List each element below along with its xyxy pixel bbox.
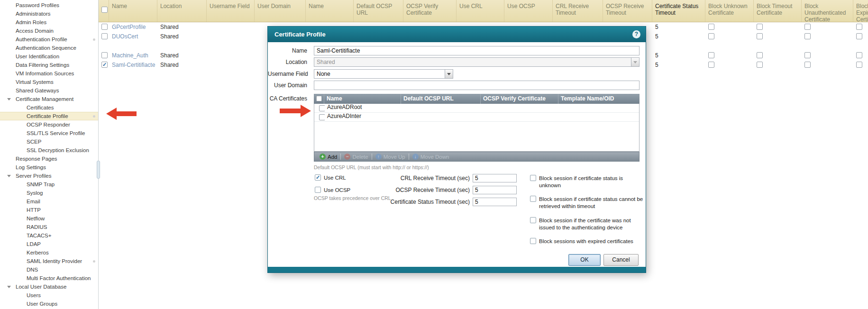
row-checkbox[interactable] [101, 33, 108, 39]
column-header-crl-receive-timeout[interactable]: CRL Receive Timeout [553, 0, 603, 22]
select-all-checkbox[interactable] [101, 7, 108, 13]
column-header-ocsp-verify-certificate[interactable]: OCSP Verify Certificate [403, 0, 457, 22]
column-header-ocsp-receive-timeout[interactable]: OCSP Receive Timeout [603, 0, 652, 22]
ca-table-row[interactable]: AzureADInter [314, 113, 639, 122]
column-header-use-ocsp[interactable]: Use OCSP [504, 0, 553, 22]
profile-name-link[interactable]: Saml-Certitifiacte [109, 60, 157, 70]
column-header-certificate-status-timeout[interactable]: Certificate Status Timeout [652, 0, 705, 22]
block-not-retrieved-option[interactable]: Block session if certificate status cann… [530, 196, 643, 210]
sidebar-item-virtual-systems[interactable]: Virtual Systems [0, 78, 98, 86]
sidebar-item-snmp-trap[interactable]: SNMP Trap [0, 180, 98, 189]
column-header-ca-name[interactable]: Name [306, 0, 354, 22]
ca-cert-name[interactable]: AzureADRoot [325, 104, 402, 112]
ca-cert-name[interactable]: AzureADInter [325, 113, 402, 121]
ca-column-template-name-oid[interactable]: Template Name/OID [558, 94, 640, 104]
use-crl-checkbox[interactable] [315, 174, 321, 181]
name-input[interactable] [314, 46, 640, 55]
profile-location: Shared [157, 32, 207, 41]
column-header-block-unauthenticated-certificate[interactable]: Block Unauthenticated Certificate [802, 0, 853, 22]
certificate-status-timeout-input[interactable] [473, 198, 517, 206]
username-field-select[interactable]: None [314, 69, 453, 79]
sidebar-item-administrators[interactable]: Administrators [0, 9, 98, 18]
sidebar-item-response-pages[interactable]: Response Pages [0, 154, 98, 163]
sidebar-item-certificate-profile[interactable]: Certificate Profile [0, 112, 98, 120]
sidebar-item-netflow[interactable]: Netflow [0, 214, 98, 223]
sidebar-collapse-handle[interactable] [97, 161, 100, 179]
block-unknown-option[interactable]: Block session if certificate status is u… [530, 175, 623, 189]
block-expired-checkbox[interactable] [530, 238, 536, 244]
sidebar-group-server-profiles[interactable]: Server Profiles [0, 172, 98, 180]
collapse-triangle-icon[interactable] [7, 98, 11, 100]
sidebar-item-user-groups[interactable]: User Groups [0, 300, 98, 308]
column-header-username-field[interactable]: Username Field [207, 0, 255, 22]
ok-button[interactable]: OK [568, 254, 601, 266]
ca-column-default-ocsp-url[interactable]: Default OCSP URL [401, 94, 481, 104]
use-ocsp-option[interactable]: Use OCSP [315, 187, 350, 194]
sidebar-item-ssl-tls-service-profile[interactable]: SSL/TLS Service Profile [0, 129, 98, 137]
use-crl-option[interactable]: Use CRL [315, 174, 346, 182]
profile-name-link[interactable]: Machine_Auth [109, 51, 157, 60]
ca-column-name[interactable]: Name [324, 94, 401, 104]
chevron-down-icon[interactable] [445, 70, 453, 78]
block-unknown-checkbox[interactable] [530, 175, 536, 181]
column-header-block-timeout-certificate[interactable]: Block Timeout Certificate [754, 0, 802, 22]
sidebar-item-email[interactable]: Email [0, 197, 98, 206]
sidebar-item-user-identification[interactable]: User Identification [0, 52, 98, 61]
crl-receive-timeout-input[interactable] [473, 174, 517, 182]
sidebar-item-saml-identity-provider[interactable]: SAML Identity Provider [0, 257, 98, 265]
ca-column-ocsp-verify-certificate[interactable]: OCSP Verify Certificate [481, 94, 558, 104]
ocsp-receive-timeout-input[interactable] [473, 186, 517, 194]
profile-name-link[interactable]: DUOsCert [109, 32, 157, 41]
sidebar-item-authentication-sequence[interactable]: Authentication Sequence [0, 44, 98, 52]
ca-table-row[interactable]: AzureADRoot [314, 104, 639, 113]
sidebar-item-tacacs[interactable]: TACACS+ [0, 231, 98, 240]
column-header-default-ocsp-url[interactable]: Default OCSP URL [354, 0, 403, 22]
column-header-name[interactable]: Name [109, 0, 157, 22]
ca-row-checkbox[interactable] [319, 105, 325, 111]
sidebar-group-certificate-management[interactable]: Certificate Management [0, 95, 98, 103]
collapse-triangle-icon[interactable] [7, 286, 11, 288]
sidebar-item-log-settings[interactable]: Log Settings [0, 163, 98, 172]
block-not-issued-option[interactable]: Block session if the certificate was not… [530, 217, 631, 231]
sidebar-item-ldap[interactable]: LDAP [0, 240, 98, 248]
row-checkbox[interactable] [101, 52, 108, 58]
user-domain-input[interactable] [314, 81, 640, 90]
column-header-location[interactable]: Location [157, 0, 207, 22]
column-header-use-crl[interactable]: Use CRL [457, 0, 504, 22]
profile-name-link[interactable]: GPcertProfile [109, 22, 157, 32]
sidebar-item-data-filtering-settings[interactable]: Data Filtering Settings [0, 61, 98, 69]
sidebar-item-vm-information-sources[interactable]: VM Information Sources [0, 69, 98, 78]
sidebar-item-dns[interactable]: DNS [0, 265, 98, 274]
row-checkbox[interactable] [101, 62, 108, 68]
collapse-triangle-icon[interactable] [7, 175, 11, 177]
help-icon[interactable]: ? [632, 30, 640, 38]
sidebar-item-admin-roles[interactable]: Admin Roles [0, 18, 98, 27]
sidebar-item-scep[interactable]: SCEP [0, 137, 98, 146]
column-header-block-expired-certificate[interactable]: Block Expired Certificate [853, 0, 868, 22]
block-expired-option[interactable]: Block sessions with expired certificates [530, 238, 633, 245]
ca-select-all-checkbox[interactable] [316, 96, 322, 101]
sidebar-group-local-user-database[interactable]: Local User Database [0, 282, 98, 291]
sidebar-item-authentication-profile[interactable]: Authentication Profile [0, 35, 98, 44]
sidebar-item-kerberos[interactable]: Kerberos [0, 248, 98, 257]
row-checkbox[interactable] [101, 24, 108, 30]
add-button[interactable]: + Add [316, 152, 340, 161]
block-not-issued-checkbox[interactable] [530, 217, 536, 223]
sidebar-item-http[interactable]: HTTP [0, 206, 98, 214]
sidebar-item-syslog[interactable]: Syslog [0, 189, 98, 197]
cancel-button[interactable]: Cancel [603, 254, 639, 266]
sidebar-item-users[interactable]: Users [0, 291, 98, 300]
sidebar-item-ssl-decryption-exclusion[interactable]: SSL Decryption Exclusion [0, 146, 98, 154]
column-header-user-domain[interactable]: User Domain [255, 0, 306, 22]
sidebar-item-certificates[interactable]: Certificates [0, 103, 98, 112]
sidebar-item-multi-factor-authentication[interactable]: Multi Factor Authentication [0, 274, 98, 282]
sidebar-item-ocsp-responder[interactable]: OCSP Responder [0, 120, 98, 129]
column-header-block-unknown-certificate[interactable]: Block Unknown Certificate [705, 0, 754, 22]
ca-row-checkbox[interactable] [319, 114, 325, 120]
sidebar-item-access-domain[interactable]: Access Domain [0, 27, 98, 35]
sidebar-item-radius[interactable]: RADIUS [0, 223, 98, 231]
use-ocsp-checkbox[interactable] [315, 187, 321, 193]
sidebar-item-shared-gateways[interactable]: Shared Gateways [0, 86, 98, 95]
block-not-retrieved-checkbox[interactable] [530, 196, 536, 202]
sidebar-item-password-profiles[interactable]: Password Profiles [0, 1, 98, 9]
